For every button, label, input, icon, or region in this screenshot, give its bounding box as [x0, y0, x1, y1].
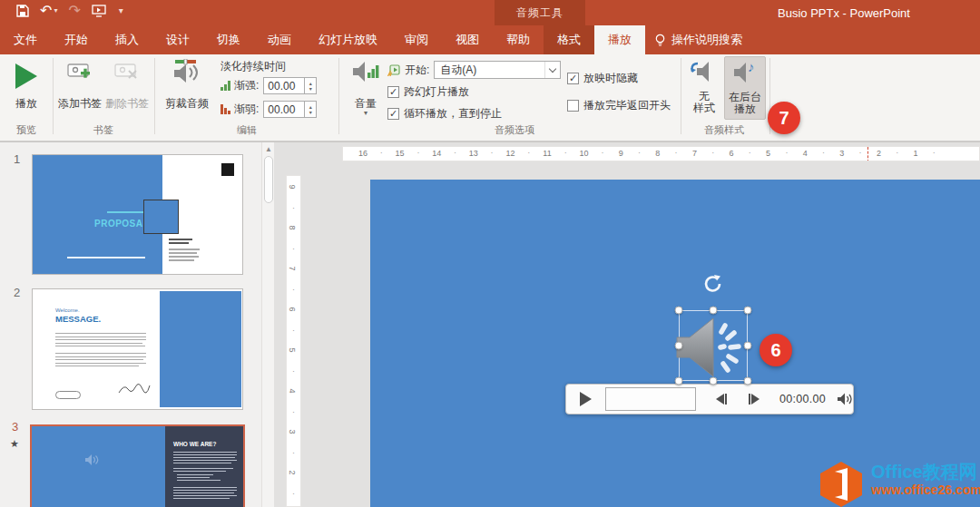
loop-until-stopped-checkbox[interactable]: ✓	[387, 108, 399, 120]
slide-1-thumbnail[interactable]: PROPOSAL.	[32, 154, 243, 275]
resize-handle-e[interactable]	[744, 342, 752, 350]
tab-view[interactable]: 视图	[442, 25, 493, 54]
fade-in-spinner[interactable]: ▴ ▾	[305, 77, 317, 94]
audio-clip-speaker-icon[interactable]	[673, 314, 750, 381]
resize-handle-nw[interactable]	[675, 307, 683, 315]
contextual-tab-group-label: 音频工具	[495, 0, 585, 25]
group-label-audio-options: 音频选项	[387, 123, 642, 137]
seek-forward-button[interactable]	[748, 394, 760, 405]
undo-dropdown-icon[interactable]: ▾	[54, 7, 57, 15]
quick-access-toolbar: ↶ ▾ ↷ ▾	[16, 4, 123, 18]
add-bookmark-button[interactable]: 添加书签	[56, 56, 103, 120]
fade-in-input[interactable]	[263, 77, 305, 94]
step-badge-6: 6	[760, 334, 792, 366]
volume-dropdown-icon: ▾	[347, 109, 385, 117]
hide-during-show-option[interactable]: ✓ 放映时隐藏	[567, 71, 638, 86]
remove-bookmark-button[interactable]: 删除书签	[103, 56, 151, 120]
watermark-site-name: Office教程网	[871, 461, 980, 483]
slide-3-number: 3	[12, 420, 18, 434]
slide-1-number: 1	[14, 152, 20, 166]
resize-handle-ne[interactable]	[744, 307, 752, 315]
tab-animations[interactable]: 动画	[254, 25, 305, 54]
save-button[interactable]	[16, 5, 29, 17]
tab-help[interactable]: 帮助	[493, 25, 544, 54]
elapsed-time: 00:00.00	[779, 393, 826, 405]
timeline-progress[interactable]	[605, 387, 696, 411]
loop-until-stopped-option[interactable]: ✓ 循环播放，直到停止	[387, 106, 502, 122]
thumbnail-scrollbar[interactable]: ▲	[261, 142, 274, 507]
powerpoint-window: ↶ ▾ ↷ ▾ 音频工具 Busio PPTx - PowerPoint 文件 …	[0, 0, 980, 507]
tab-file[interactable]: 文件	[0, 25, 51, 54]
fade-out-input[interactable]	[263, 101, 305, 118]
slide-1-square	[143, 200, 179, 234]
start-dropdown-chevron-icon[interactable]	[544, 62, 560, 78]
tab-design[interactable]: 设计	[152, 25, 203, 54]
no-style-icon	[690, 60, 719, 83]
slide-thumbnail-panel: 1 PROPOSAL. 2 Welcome. MESSAGE.	[0, 142, 274, 507]
fade-duration-title: 淡化持续时间	[220, 59, 286, 74]
rewind-after-playing-option[interactable]: 播放完毕返回开头	[567, 98, 671, 113]
tab-playback[interactable]: 播放	[594, 25, 645, 54]
mute-button[interactable]	[837, 392, 853, 406]
contextual-tabs: 格式 播放	[544, 25, 645, 54]
play-in-background-button[interactable]: ♪ 在后台播放	[724, 56, 766, 120]
check-icon: ✓	[389, 86, 397, 97]
animation-star-icon: ★	[10, 438, 19, 450]
qat-customize-icon: ▾	[119, 6, 123, 15]
volume-button[interactable]: 音量 ▾	[347, 56, 385, 120]
lightbulb-icon	[654, 34, 666, 47]
hide-during-show-label: 放映时隐藏	[583, 71, 638, 86]
office-logo-icon	[817, 461, 866, 507]
trim-audio-icon	[172, 59, 202, 86]
slide-3-thumbnail[interactable]: WHO WE ARE?	[30, 424, 245, 507]
tab-format[interactable]: 格式	[544, 25, 594, 54]
horizontal-ruler: 16·15·14·13·12·11·10·9·8·7·6·5·4·3·2·1·	[342, 146, 980, 161]
rotate-handle-icon[interactable]	[702, 273, 724, 295]
resize-handle-se[interactable]	[744, 377, 752, 385]
rewind-after-playing-checkbox[interactable]	[567, 100, 579, 112]
play-pause-button[interactable]	[580, 392, 592, 406]
loop-until-stopped-label: 循环播放，直到停止	[404, 106, 502, 122]
undo-icon: ↶	[40, 4, 52, 18]
tab-transitions[interactable]: 切换	[203, 25, 254, 54]
tab-insert[interactable]: 插入	[102, 25, 152, 54]
play-across-slides-label: 跨幻灯片播放	[404, 84, 469, 100]
play-preview-button[interactable]: 播放	[4, 56, 49, 120]
resize-handle-s[interactable]	[710, 377, 718, 385]
trim-audio-button[interactable]: 剪裁音频	[162, 56, 212, 120]
hide-during-show-checkbox[interactable]: ✓	[567, 73, 579, 84]
play-across-slides-checkbox[interactable]: ✓	[387, 86, 399, 98]
start-icon	[387, 64, 400, 76]
qat-customize-button[interactable]: ▾	[117, 6, 123, 15]
group-label-audio-styles: 音频样式	[682, 123, 766, 137]
slide-2-thumbnail[interactable]: Welcome. MESSAGE.	[32, 288, 243, 410]
watermark-site-url: www.office26.com	[871, 483, 980, 497]
resize-handle-n[interactable]	[710, 307, 718, 315]
no-style-button[interactable]: 无样式	[686, 56, 722, 120]
tab-home[interactable]: 开始	[51, 25, 102, 54]
tab-review[interactable]: 审阅	[391, 25, 442, 54]
fade-out-spinner[interactable]: ▴ ▾	[305, 101, 317, 118]
group-label-bookmarks: 书签	[56, 123, 151, 137]
tab-slideshow[interactable]: 幻灯片放映	[305, 25, 391, 54]
scrollbar-thumb[interactable]	[264, 156, 273, 203]
rewind-after-playing-label: 播放完毕返回开头	[583, 98, 671, 113]
slideshow-icon	[92, 5, 106, 17]
fade-in-row: 渐强: ▴ ▾	[220, 77, 317, 94]
ribbon-tab-bar: 文件 开始 插入 设计 切换 动画 幻灯片放映 审阅 视图 帮助 格式 播放 操…	[0, 25, 980, 54]
resize-handle-w[interactable]	[675, 342, 683, 350]
undo-button[interactable]: ↶ ▾	[40, 4, 57, 18]
volume-icon	[352, 60, 379, 83]
redo-button[interactable]: ↷	[68, 4, 80, 18]
play-across-slides-option[interactable]: ✓ 跨幻灯片播放	[387, 84, 469, 100]
group-label-editing: 编辑	[162, 123, 332, 137]
start-value: 自动(A)	[435, 63, 544, 78]
scroll-up-icon[interactable]: ▲	[262, 142, 275, 155]
seek-back-button[interactable]	[716, 394, 728, 405]
resize-handle-sw[interactable]	[675, 377, 683, 385]
tell-me-search[interactable]: 操作说明搜索	[645, 25, 751, 54]
tell-me-label: 操作说明搜索	[671, 32, 742, 48]
start-slideshow-button[interactable]	[92, 5, 106, 17]
start-dropdown[interactable]: 自动(A)	[434, 61, 561, 79]
window-title: Busio PPTx - PowerPoint	[690, 0, 980, 25]
